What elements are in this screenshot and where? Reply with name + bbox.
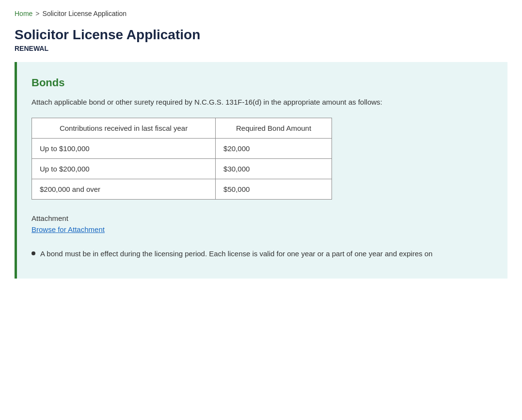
table-cell-contributions: Up to $200,000 (32, 158, 216, 179)
table-cell-contributions: $200,000 and over (32, 179, 216, 199)
table-row: Up to $200,000$30,000 (32, 158, 332, 179)
table-cell-bond: $30,000 (216, 158, 332, 179)
breadcrumb: Home > Solicitor License Application (15, 10, 507, 17)
browse-attachment-link[interactable]: Browse for Attachment (32, 225, 105, 233)
table-row: $200,000 and over$50,000 (32, 179, 332, 199)
page-wrapper: Home > Solicitor License Application Sol… (0, 0, 522, 288)
section-inner: Bonds Attach applicable bond or other su… (32, 77, 493, 264)
table-col2-header: Required Bond Amount (216, 118, 332, 138)
table-cell-bond: $20,000 (216, 138, 332, 158)
breadcrumb-home-link[interactable]: Home (15, 10, 32, 17)
attachment-section: Attachment Browse for Attachment (32, 214, 493, 234)
table-cell-contributions: Up to $100,000 (32, 138, 216, 158)
page-title: Solicitor License Application (15, 27, 507, 43)
bullet-text: A bond must be in effect during the lice… (40, 249, 432, 260)
bullet-section: A bond must be in effect during the lice… (32, 249, 493, 260)
bullet-dot (32, 251, 35, 255)
table-cell-bond: $50,000 (216, 179, 332, 199)
content-section: Bonds Attach applicable bond or other su… (15, 62, 507, 279)
renewal-badge: RENEWAL (15, 45, 507, 52)
list-item: A bond must be in effect during the lice… (32, 249, 493, 260)
breadcrumb-current: Solicitor License Application (43, 10, 127, 17)
section-description: Attach applicable bond or other surety r… (32, 97, 493, 108)
section-title: Bonds (32, 77, 493, 89)
table-row: Up to $100,000$20,000 (32, 138, 332, 158)
breadcrumb-separator: > (35, 10, 39, 17)
bonds-table: Contributions received in last fiscal ye… (32, 118, 332, 200)
table-col1-header: Contributions received in last fiscal ye… (32, 118, 216, 138)
attachment-label: Attachment (32, 214, 493, 222)
